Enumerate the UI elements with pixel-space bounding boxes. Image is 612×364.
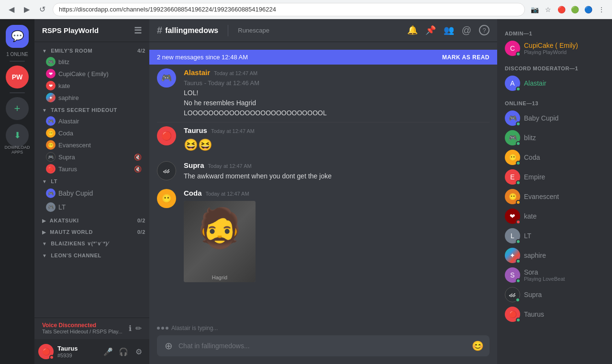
server-icon-add[interactable]: + (6, 97, 29, 120)
reload-button[interactable]: ↺ (35, 3, 49, 16)
leons-arrow: ▼ (42, 253, 47, 258)
member-item-saphire[interactable]: ✦ saphire (501, 246, 608, 265)
headset-btn[interactable]: 🎧 (117, 345, 130, 358)
server-icon-pw[interactable]: PW (6, 66, 29, 88)
member-item-kate[interactable]: ❤ kate (501, 207, 608, 226)
voice-user-blitz[interactable]: 🎮 blitz (38, 56, 145, 67)
voice-info-btn[interactable]: ℹ (129, 324, 132, 333)
browser-action-ext2[interactable]: 🟢 (569, 4, 580, 15)
channel-item-lt[interactable]: 🎮 LT (38, 200, 145, 214)
coda-author: Coda (184, 189, 202, 197)
message-input-area: ⊕ 😊 (149, 335, 497, 364)
browser-action-ext3[interactable]: 🔵 (582, 4, 594, 15)
alastair-member-info: Alastair (524, 79, 604, 87)
member-item-evanescent[interactable]: 😶 Evanescent (501, 187, 608, 206)
baby-cupid-avatar-sidebar: 🎮 (46, 188, 56, 198)
tats-arrow: ▼ (42, 108, 47, 113)
voice-disconnect-status: Voice Disconnected (42, 322, 122, 329)
baby-cupid-member-info: Baby Cupid (524, 114, 604, 122)
voice-user-saphire[interactable]: ✦ saphire (38, 92, 145, 103)
taurus-message-content: Taurus Today at 12:47 AM 😆😆 (184, 126, 490, 154)
voice-user-evanescent[interactable]: 😶 Evanescent (38, 139, 145, 151)
taurus-timestamp: Today at 12:47 AM (211, 128, 255, 134)
hamburger-icon[interactable]: ☰ (134, 25, 142, 36)
member-item-alastair[interactable]: A Alastair (501, 74, 608, 93)
coda-message-avatar: 😶 (157, 189, 176, 208)
at-icon[interactable]: @ (462, 25, 471, 36)
back-button[interactable]: ◀ (5, 3, 18, 16)
voice-user-coda[interactable]: 😶 Coda (38, 127, 145, 139)
typing-dot-1 (157, 327, 160, 330)
mic-btn[interactable]: 🎤 (101, 345, 115, 358)
address-bar[interactable]: https://discordapp.com/channels/19923660… (53, 3, 525, 16)
browser-action-ext1[interactable]: 🔴 (556, 4, 567, 15)
category-header-lt[interactable]: ▼ LT (34, 176, 149, 186)
category-header-mautz[interactable]: ▶ Mautz World 0/2 (34, 227, 149, 237)
evanescent-member-info: Evanescent (524, 193, 604, 200)
channel-header-actions: 🔔 📌 👥 @ ? (407, 25, 490, 36)
message-group-supra: 🏎 Supra Today at 12:47 AM The awkward mo… (149, 157, 497, 185)
forward-button[interactable]: ▶ (20, 3, 33, 16)
bell-icon[interactable]: 🔔 (407, 25, 418, 36)
voice-user-alastair[interactable]: 🎮 Alastair (38, 115, 145, 127)
category-header-leons[interactable]: ▼ Leon's Channel (34, 251, 149, 260)
channel-item-baby-cupid[interactable]: 🎮 Baby Cupid 📞 (38, 187, 145, 200)
browser-action-menu[interactable]: ⋮ (596, 4, 607, 15)
help-icon[interactable]: ? (479, 25, 490, 35)
message-input-field[interactable] (178, 336, 468, 355)
voice-user-taurus[interactable]: 🔴 Taurus 🔇 (38, 163, 145, 175)
supra-member-info: Supra (524, 291, 604, 298)
alastair-author: Alastair (184, 68, 210, 77)
taurus-message-text: 😆😆 (184, 136, 490, 154)
member-item-sora[interactable]: S Sora Playing LoveBeat (501, 265, 608, 285)
voice-settings-btn[interactable]: ✏ (135, 324, 142, 333)
member-item-cupicake[interactable]: C CupiCake ( Emily) Playing PlayWorld (501, 39, 608, 58)
member-item-blitz[interactable]: 🎮 blitz (501, 128, 608, 147)
coda-timestamp: Today at 12:47 AM (206, 191, 249, 197)
channel-hash: # (157, 25, 162, 36)
channel-list: ▼ Emily's Room 4/2 🎮 blitz ❤ CupiCake ( … (34, 42, 149, 318)
akatsuki-badge: 0/2 (137, 218, 145, 223)
emoji-picker-icon[interactable]: 😊 (472, 340, 484, 352)
lt-dot (516, 239, 521, 244)
admin-section-title: ADMIN—1 (501, 27, 608, 38)
category-header-tats[interactable]: ▼ Tats Secret Hideout (34, 105, 149, 115)
online-section-title: ONLINE—13 (501, 97, 608, 108)
voice-user-supra[interactable]: 🎮 Supra 🔇 (38, 151, 145, 163)
category-header-akatsuki[interactable]: ▶ Akatsuki 0/2 (34, 216, 149, 225)
members-icon[interactable]: 👥 (444, 25, 454, 36)
taurus-member-info: Taurus (524, 310, 604, 318)
browser-action-camera[interactable]: 📷 (529, 4, 540, 15)
new-messages-banner: 2 new messages since 12:48 AM MARK AS RE… (149, 50, 497, 65)
category-lt: ▼ LT 🎮 Baby Cupid 📞 🎮 LT (34, 176, 149, 214)
category-header-emilys-room[interactable]: ▼ Emily's Room 4/2 (34, 46, 149, 55)
pin-icon[interactable]: 📌 (425, 25, 436, 36)
member-item-coda[interactable]: 😶 Coda (501, 148, 608, 167)
member-item-lt[interactable]: L LT (501, 226, 608, 245)
server-icon-home[interactable]: 💬 (6, 25, 29, 48)
taurus-member-avatar: 🔴 (505, 307, 520, 322)
member-item-empire[interactable]: E Empire (501, 167, 608, 187)
settings-btn[interactable]: ⚙ (132, 345, 145, 358)
voice-user-kate[interactable]: ❤ kate (38, 80, 145, 91)
supra-member-avatar: 🏎 (505, 287, 520, 302)
voice-user-cupicake[interactable]: ❤ CupiCake ( Emily) (38, 68, 145, 79)
coda-avatar-sidebar: 😶 (46, 128, 56, 138)
message-input-box: ⊕ 😊 (157, 335, 490, 356)
member-item-taurus[interactable]: 🔴 Taurus (501, 305, 608, 324)
sora-dot (516, 278, 521, 283)
server-icon-download[interactable]: ⬇ DOWNLOAD APPS (6, 124, 29, 147)
channel-header-name: # fallingmedows (157, 25, 218, 36)
member-item-supra[interactable]: 🏎 Supra (501, 285, 608, 304)
category-header-blaizikens[interactable]: ▼ blaizikens ∨(*'∨`*)∕ (34, 239, 149, 249)
blitz-member-info: blitz (524, 134, 604, 142)
saphire-dot (516, 259, 521, 264)
server-name-bar[interactable]: RSPS PlayWorld ☰ (34, 19, 149, 42)
mautz-badge: 0/2 (137, 229, 145, 235)
attach-icon[interactable]: ⊕ (163, 335, 175, 356)
mark-as-read-btn[interactable]: MARK AS READ (442, 54, 490, 61)
member-item-baby-cupid[interactable]: 🎮 Baby Cupid (501, 109, 608, 128)
alastair-member-name: Alastair (524, 79, 604, 87)
browser-action-star[interactable]: ☆ (542, 4, 554, 15)
coda-hagrid-image: 🧔 Hagrid (184, 201, 256, 282)
